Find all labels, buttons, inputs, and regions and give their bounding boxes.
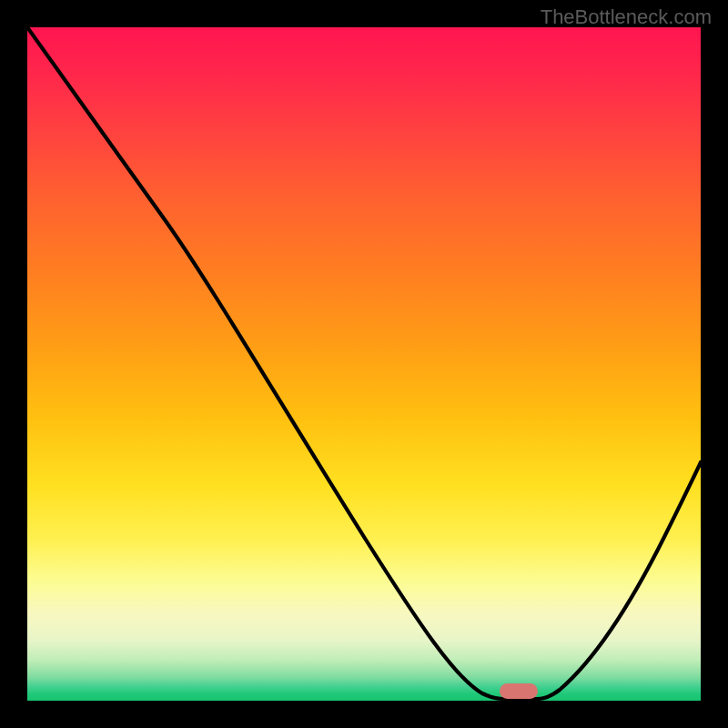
optimal-marker: [500, 683, 538, 699]
bottleneck-curve: [27, 27, 701, 699]
plot-area: [27, 27, 701, 701]
curve-svg: [27, 27, 701, 701]
watermark-text: TheBottleneck.com: [541, 5, 712, 29]
